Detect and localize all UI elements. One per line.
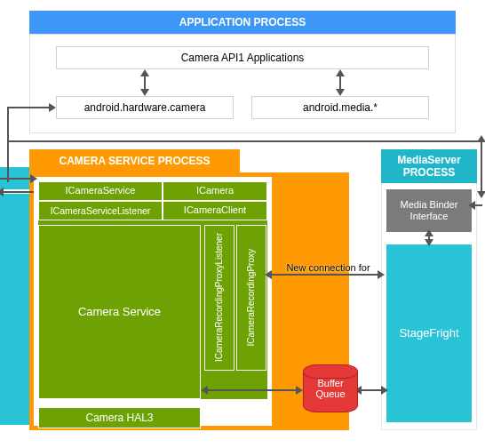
camera-service-label: Camera Service [78, 305, 161, 319]
arrow-left-bar-2 [0, 191, 34, 193]
camera-api-apps-box: Camera API1 Applications [56, 46, 429, 69]
arrowhead-api-media-down [336, 89, 345, 96]
stagefright-box: StageFright [386, 244, 472, 422]
rec-proxy-label: ICameraRecordingProxy [246, 249, 257, 347]
android-media-label: android.media.* [303, 101, 378, 114]
icamera-box: ICamera [163, 181, 267, 201]
icameraservice-box: ICameraService [38, 181, 163, 201]
arrowhead-binder-stagefright [425, 239, 433, 246]
arrowhead-api-hw-up [140, 69, 149, 76]
icamera-label: ICamera [196, 185, 234, 196]
app-process-title: APPLICATION PROCESS [179, 16, 306, 28]
conn-label: New connection for [277, 262, 379, 273]
camera-service-process-title: CAMERA SERVICE PROCESS [59, 155, 210, 167]
android-hardware-camera-box: android.hardware.camera [56, 96, 234, 119]
arrowhead-camsvc-buffer-r [296, 386, 303, 395]
arrow-camsvc-buffer [206, 389, 299, 391]
icameraclient-box: ICameraClient [163, 201, 267, 220]
mediaserver-header: MediaServer PROCESS [381, 149, 477, 183]
buffer-queue: Buffer Queue [303, 364, 358, 412]
arrow-hw-top [7, 107, 52, 108]
arrow-hw-side [7, 107, 9, 182]
arrowhead-api-hw-down [140, 89, 149, 96]
camera-hal3-label: Camera HAL3 [85, 412, 153, 424]
arrowhead-buffer-stagefright-r [381, 386, 388, 395]
arrowhead-binder-top-h [468, 201, 475, 210]
android-media-box: android.media.* [251, 96, 429, 119]
arrowhead-api-media-up [336, 69, 345, 76]
arrowhead-left-bar-2 [0, 188, 4, 196]
arrowhead-app-bottom-right-up [477, 135, 485, 142]
camera-service-process-header: CAMERA SERVICE PROCESS [29, 149, 240, 172]
arrow-app-bottom-right [481, 140, 482, 194]
arrowhead-left-bar-1 [30, 174, 37, 183]
left-bar-lower [0, 194, 29, 425]
arrowhead-camsvc-buffer-l [201, 386, 208, 395]
arrow-binder-top [481, 194, 482, 196]
rec-proxy-listener-label: ICameraRecordingProxyListener [214, 233, 225, 362]
android-hardware-camera-label: android.hardware.camera [84, 101, 206, 114]
app-process-header: APPLICATION PROCESS [29, 11, 456, 34]
arrow-recproxy-stagefright [270, 274, 381, 276]
arrowhead-recproxy-stagefright-l [265, 270, 272, 279]
camera-hal3-box: Camera HAL3 [38, 407, 201, 428]
icameraservice-label: ICameraService [66, 185, 136, 196]
media-binder-label: Media Binder Interface [387, 199, 471, 222]
arrow-app-bottom [7, 140, 482, 142]
arrow-left-bar-1 [0, 178, 34, 180]
buffer-queue-label: Buffer Queue [303, 378, 358, 399]
camera-api-apps-label: Camera API1 Applications [181, 52, 305, 64]
arrowhead-binder-stagefright-up [425, 229, 433, 236]
media-binder-box: Media Binder Interface [386, 189, 472, 232]
icameraservicelistener-box: ICameraServiceListener [38, 201, 163, 220]
camera-service-box: Camera Service [38, 225, 201, 399]
stagefright-label: StageFright [399, 326, 458, 340]
rec-proxy-box: ICameraRecordingProxy [236, 225, 266, 371]
mediaserver-title: MediaServer PROCESS [382, 154, 476, 180]
icameraservicelistener-label: ICameraServiceListener [51, 205, 151, 217]
arrowhead-hw-top [49, 103, 56, 112]
icameraclient-label: ICameraClient [184, 204, 246, 216]
rec-proxy-listener-box: ICameraRecordingProxyListener [204, 225, 235, 371]
